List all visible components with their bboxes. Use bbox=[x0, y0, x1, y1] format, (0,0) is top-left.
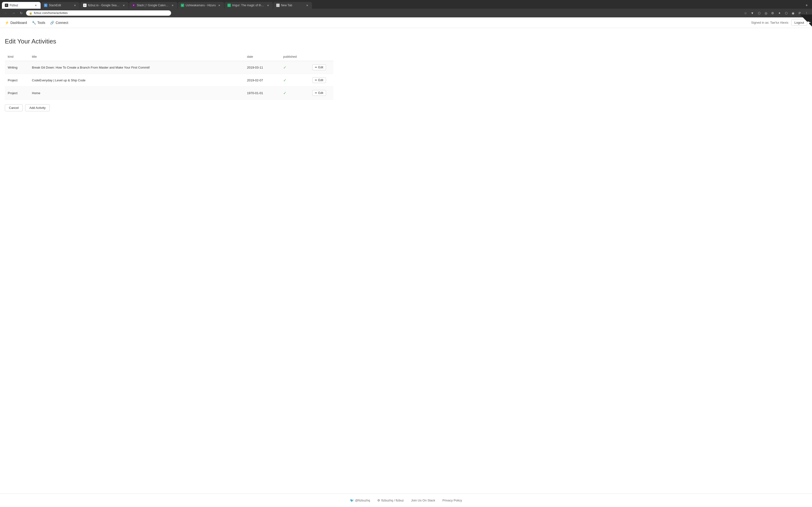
browser-tab-stackedit[interactable]: S StackEdit ✕ bbox=[41, 2, 80, 9]
cell-published-0: ✓ bbox=[280, 61, 309, 74]
tools-icon: 🔧 bbox=[32, 21, 36, 24]
edit-button-1[interactable]: ✏ Edit bbox=[312, 77, 326, 83]
cell-kind-2: Project bbox=[5, 87, 29, 100]
footer-github[interactable]: ⚙ fizbuzhq / fizbuz bbox=[377, 499, 404, 502]
edit-icon-1: ✏ bbox=[315, 78, 317, 82]
table-header: kind title date published bbox=[5, 52, 334, 61]
cell-title-2: Home bbox=[29, 87, 244, 100]
cancel-button[interactable]: Cancel bbox=[5, 104, 23, 111]
cell-actions-1: ✏ Edit bbox=[309, 74, 334, 87]
twitter-icon: 🐦 bbox=[350, 499, 354, 502]
url-text: fizbuz.com/home/activities bbox=[34, 11, 68, 15]
cell-date-1: 2019-02-07 bbox=[244, 74, 280, 87]
toolbar-icons: ☆ ▼ ⬡ ◎ ⚙ ✦ ⬡ ◉ P ⋮ bbox=[743, 10, 809, 16]
browser-tab-imgur[interactable]: i Imgur: The magic of the Intern ✕ bbox=[224, 2, 273, 9]
dashboard-icon: ⚡ bbox=[5, 21, 9, 24]
col-actions bbox=[309, 52, 334, 61]
tab-title-fizbuz: Fizbuz bbox=[10, 4, 33, 7]
new-tab-button[interactable]: + bbox=[803, 2, 810, 9]
connect-icon: 🔗 bbox=[50, 21, 54, 24]
tab-bar: F Fizbuz ✕ S StackEdit ✕ G fizbuz.io - G… bbox=[0, 0, 812, 9]
tab-title-ushiwakamaru: Ushiwakamaru - Hizuru bbox=[186, 4, 216, 7]
footer: 🐦 @fizbuzhq ⚙ fizbuzhq / fizbuz Join Us … bbox=[0, 494, 812, 507]
cell-date-0: 2019-03-11 bbox=[244, 61, 280, 74]
slack-link: Join Us On Slack bbox=[411, 499, 435, 502]
tab-favicon-imgur: i bbox=[227, 4, 231, 7]
action-buttons: Cancel Add Activity bbox=[5, 104, 334, 111]
tab-favicon-newtab bbox=[276, 4, 280, 7]
nav-tools-label: Tools bbox=[38, 21, 45, 24]
published-check-2: ✓ bbox=[283, 91, 286, 95]
footer-privacy[interactable]: Privacy Policy bbox=[443, 499, 462, 502]
cell-kind-0: Writing bbox=[5, 61, 29, 74]
tab-close-fizbuz[interactable]: ✕ bbox=[34, 3, 38, 7]
extension-icon-7[interactable]: ◉ bbox=[790, 10, 796, 16]
github-link: fizbuzhq / fizbuz bbox=[382, 499, 404, 502]
back-button[interactable]: ← bbox=[3, 10, 9, 16]
tab-title-slack: Slack | ! Google Calendar | Hc bbox=[137, 4, 169, 7]
browser-chrome: F Fizbuz ✕ S StackEdit ✕ G fizbuz.io - G… bbox=[0, 0, 812, 17]
github-icon: ⚙ bbox=[377, 499, 380, 502]
tab-close-stackedit[interactable]: ✕ bbox=[73, 3, 77, 7]
tab-favicon-slack: # bbox=[132, 4, 135, 7]
table-row: Writing Break Git Down: How To Create a … bbox=[5, 61, 334, 74]
tab-title-newtab: New Tab bbox=[281, 4, 304, 7]
tab-close-newtab[interactable]: ✕ bbox=[305, 3, 309, 7]
browser-tab-newtab[interactable]: New Tab ✕ bbox=[273, 2, 312, 9]
tab-favicon-fizbuz: F bbox=[5, 4, 8, 7]
edit-button-0[interactable]: ✏ Edit bbox=[312, 64, 326, 70]
extension-icon-5[interactable]: ✦ bbox=[777, 10, 782, 16]
nav-tools[interactable]: 🔧 Tools bbox=[32, 18, 45, 27]
table-row: Project Home 1970-01-01 ✓ ✏ Edit bbox=[5, 87, 334, 100]
extension-icon-4[interactable]: ⚙ bbox=[770, 10, 775, 16]
tab-title-stackedit: StackEdit bbox=[49, 4, 71, 7]
extension-icon-1[interactable]: ▼ bbox=[750, 10, 755, 16]
footer-slack[interactable]: Join Us On Slack bbox=[411, 499, 435, 502]
table-row: Project CodeEveryday | Level up & Ship C… bbox=[5, 74, 334, 87]
col-published: published bbox=[280, 52, 309, 61]
browser-tab-fizbuz[interactable]: F Fizbuz ✕ bbox=[2, 2, 41, 9]
refresh-button[interactable]: ↻ bbox=[18, 10, 24, 16]
nav-right: Signed in as: Tae'lur Alexis Logout bbox=[751, 19, 807, 25]
tab-close-slack[interactable]: ✕ bbox=[170, 3, 174, 7]
tab-favicon-stackedit: S bbox=[44, 4, 47, 7]
nav-connect-label: Connect bbox=[56, 21, 68, 24]
browser-tab-slack[interactable]: # Slack | ! Google Calendar | Hc ✕ bbox=[129, 2, 177, 9]
address-bar: ← → ↻ 🔒 fizbuz.com/home/activities ☆ ▼ ⬡… bbox=[0, 9, 812, 17]
logout-button[interactable]: Logout bbox=[791, 19, 807, 25]
url-bar[interactable]: 🔒 fizbuz.com/home/activities bbox=[26, 10, 171, 16]
edit-icon-2: ✏ bbox=[315, 91, 317, 95]
nav-dashboard[interactable]: ⚡ Dashboard bbox=[5, 18, 27, 27]
forward-button[interactable]: → bbox=[11, 10, 16, 16]
edit-button-2[interactable]: ✏ Edit bbox=[312, 90, 326, 96]
cell-title-1: CodeEveryday | Level up & Ship Code bbox=[29, 74, 244, 87]
tab-title-imgur: Imgur: The magic of the Intern bbox=[232, 4, 265, 7]
bookmark-icon[interactable]: ☆ bbox=[743, 10, 748, 16]
cell-title-0: Break Git Down: How To Create a Branch F… bbox=[29, 61, 244, 74]
lock-icon: 🔒 bbox=[29, 12, 33, 15]
app-nav: ⚡ Dashboard 🔧 Tools 🔗 Connect Signed in … bbox=[0, 17, 812, 28]
col-title: title bbox=[29, 52, 244, 61]
extension-icon-2[interactable]: ⬡ bbox=[756, 10, 762, 16]
cell-published-2: ✓ bbox=[280, 87, 309, 100]
col-date: date bbox=[244, 52, 280, 61]
add-activity-button[interactable]: Add Activity bbox=[25, 104, 50, 111]
browser-tab-ushiwakamaru[interactable]: U Ushiwakamaru - Hizuru ✕ bbox=[178, 2, 224, 9]
extension-icon-3[interactable]: ◎ bbox=[763, 10, 768, 16]
nav-connect[interactable]: 🔗 Connect bbox=[50, 18, 68, 27]
activities-table: kind title date published Writing Break … bbox=[5, 52, 334, 100]
published-check-1: ✓ bbox=[283, 78, 286, 82]
cell-kind-1: Project bbox=[5, 74, 29, 87]
tab-close-imgur[interactable]: ✕ bbox=[266, 3, 270, 7]
main-content: Edit Your Activities kind title date pub… bbox=[0, 28, 338, 494]
nav-dashboard-label: Dashboard bbox=[10, 21, 27, 24]
edit-icon-0: ✏ bbox=[315, 66, 317, 69]
extension-icon-6[interactable]: ⬡ bbox=[783, 10, 789, 16]
cell-published-1: ✓ bbox=[280, 74, 309, 87]
browser-tab-google[interactable]: G fizbuz.io - Google Search ✕ bbox=[80, 2, 129, 9]
tab-close-ushiwakamaru[interactable]: ✕ bbox=[217, 3, 221, 7]
footer-twitter[interactable]: 🐦 @fizbuzhq bbox=[350, 499, 370, 502]
tab-close-google[interactable]: ✕ bbox=[122, 3, 126, 7]
twitter-handle: @fizbuzhq bbox=[355, 499, 370, 502]
cell-actions-0: ✏ Edit bbox=[309, 61, 334, 74]
